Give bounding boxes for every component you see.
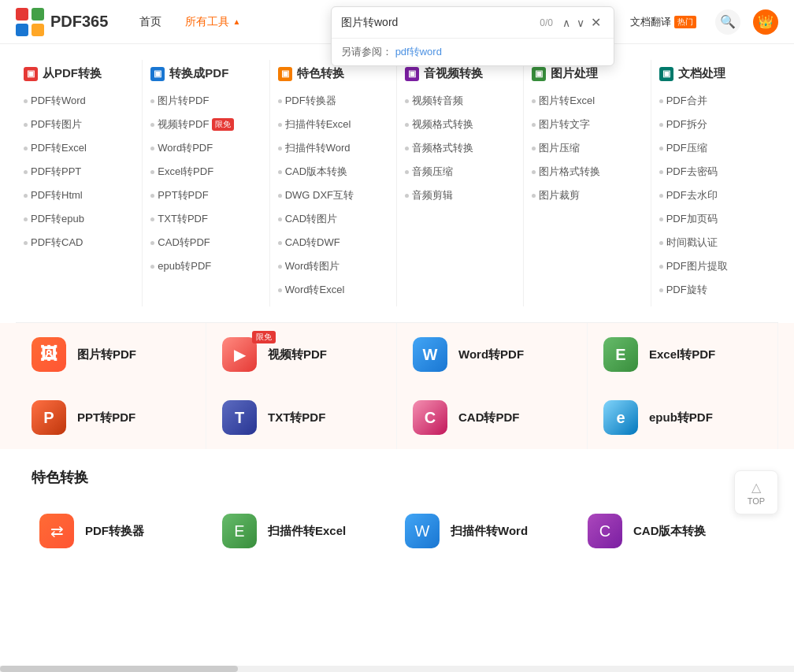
tool-pdf-merge[interactable]: PDF合并 [659, 94, 770, 108]
tool-word2img[interactable]: Word转图片 [278, 259, 388, 273]
category-header-from-pdf: ▣ 从PDF转换 [24, 60, 134, 81]
category-special: ▣ 特色转换 PDF转换器 扫描件转Excel 扫描件转Word CAD版本转换… [270, 60, 397, 306]
tool-pdf2html[interactable]: PDF转Html [24, 188, 134, 202]
tool-dwg-dxf[interactable]: DWG DXF互转 [278, 188, 388, 202]
quick-icon-cad2pdf: C [413, 400, 447, 435]
quick-tool-epub2pdf[interactable]: e epub转PDF [588, 386, 778, 449]
tool-img2excel[interactable]: 图片转Excel [532, 94, 642, 108]
tool-img2text[interactable]: 图片转文字 [532, 117, 642, 132]
svg-rect-1 [32, 8, 44, 20]
nav-home[interactable]: 首页 [139, 15, 161, 29]
search-button[interactable]: 🔍 [715, 9, 740, 35]
featured-pdf-converter[interactable]: ⇄ PDF转换器 [32, 499, 214, 562]
image-icon: ▣ [532, 67, 546, 81]
header: PDF365 首页 所有工具 ▲ 文档翻译 热门 🔍 👑 0/0 ∧ ∨ ✕ 另… [0, 0, 794, 44]
tool-cad-version[interactable]: CAD版本转换 [278, 165, 388, 179]
category-media: ▣ 音视频转换 视频转音频 视频格式转换 音频格式转换 音频压缩 音频剪辑 [397, 60, 524, 306]
tool-excel2pdf[interactable]: Excel转PDF [150, 165, 261, 179]
tool-pdf-converter[interactable]: PDF转换器 [278, 94, 388, 108]
search-popup-header: 0/0 ∧ ∨ ✕ [332, 7, 614, 39]
featured-icon-scan2excel: E [222, 514, 257, 548]
featured-scan2excel[interactable]: E 扫描件转Excel [214, 499, 397, 562]
header-right: 文档翻译 热门 🔍 👑 [624, 9, 778, 35]
tool-pdf-compress[interactable]: PDF压缩 [659, 141, 770, 155]
top-arrow-icon: △ [751, 480, 761, 495]
category-doc: ▣ 文档处理 PDF合并 PDF拆分 PDF压缩 PDF去密码 PDF去水印 P… [651, 60, 778, 306]
svg-rect-3 [32, 24, 44, 36]
tool-ppt2pdf[interactable]: PPT转PDF [150, 188, 261, 202]
quick-tool-ppt2pdf[interactable]: P PPT转PDF [16, 386, 206, 449]
search-next-button[interactable]: ∨ [573, 15, 588, 31]
tool-epub2pdf[interactable]: epub转PDF [150, 259, 261, 273]
quick-icon-ppt2pdf: P [32, 400, 66, 435]
logo-text: PDF365 [50, 13, 108, 31]
quick-icon-excel2pdf: E [603, 337, 638, 372]
tool-pdf-extract[interactable]: PDF图片提取 [659, 259, 770, 273]
tool-txt2pdf[interactable]: TXT转PDF [150, 212, 261, 226]
tool-pdf2excel[interactable]: PDF转Excel [24, 141, 134, 155]
quick-tool-txt2pdf[interactable]: T TXT转PDF [206, 386, 397, 449]
tool-pdf-split[interactable]: PDF拆分 [659, 117, 770, 132]
tool-pdf-page-num[interactable]: PDF加页码 [659, 212, 770, 226]
tool-audio-compress[interactable]: 音频压缩 [405, 165, 515, 179]
tool-video2audio[interactable]: 视频转音频 [405, 94, 515, 108]
quick-icon-video2pdf: ▶ [222, 337, 257, 372]
tool-img-format[interactable]: 图片格式转换 [532, 165, 642, 179]
tool-pdf-rotate[interactable]: PDF旋转 [659, 283, 770, 297]
translate-button[interactable]: 文档翻译 热门 [624, 12, 703, 32]
featured-grid: ⇄ PDF转换器 E 扫描件转Excel W 扫描件转Word C CAD版本转… [16, 499, 778, 562]
tool-cad2dwf[interactable]: CAD转DWF [278, 236, 388, 250]
quick-tools-grid: 🖼 图片转PDF ▶ 视频转PDF 限免 W Word转PDF E Excel转… [16, 323, 778, 449]
see-also-link[interactable]: pdf转word [395, 46, 442, 58]
tool-cad2img[interactable]: CAD转图片 [278, 212, 388, 226]
search-close-button[interactable]: ✕ [588, 13, 604, 32]
quick-icon-txt2pdf: T [222, 400, 257, 435]
search-prev-button[interactable]: ∧ [559, 15, 573, 31]
nav-tools-arrow: ▲ [232, 17, 240, 26]
category-header-to-pdf: ▣ 转换成PDF [150, 60, 261, 81]
xian-badge-quick-video2pdf: 限免 [252, 331, 276, 343]
tool-scan2excel[interactable]: 扫描件转Excel [278, 117, 388, 132]
tool-scan2word[interactable]: 扫描件转Word [278, 141, 388, 155]
tool-pdf-watermark[interactable]: PDF去水印 [659, 188, 770, 202]
tool-video-format[interactable]: 视频格式转换 [405, 117, 515, 132]
logo[interactable]: PDF365 [16, 8, 108, 36]
nav-tools[interactable]: 所有工具 ▲ [185, 15, 240, 29]
quick-tool-cad2pdf[interactable]: C CAD转PDF [397, 386, 588, 449]
top-button[interactable]: △ TOP [734, 470, 778, 514]
quick-icon-epub2pdf: e [603, 400, 638, 435]
top-label: TOP [748, 496, 765, 506]
tool-pdf-decrypt[interactable]: PDF去密码 [659, 165, 770, 179]
featured-scan2word[interactable]: W 扫描件转Word [397, 499, 580, 562]
doc-icon: ▣ [659, 67, 673, 81]
tool-audio-edit[interactable]: 音频剪辑 [405, 188, 515, 202]
search-popup: 0/0 ∧ ∨ ✕ 另请参阅： pdf转word [331, 6, 614, 66]
search-count: 0/0 [540, 17, 553, 28]
tool-pdf2word[interactable]: PDF转Word [24, 94, 134, 108]
svg-rect-2 [16, 24, 28, 36]
main-content: ▣ 从PDF转换 PDF转Word PDF转图片 PDF转Excel PDF转P… [0, 44, 794, 562]
tool-word2pdf[interactable]: Word转PDF [150, 141, 261, 155]
tool-cad2pdf[interactable]: CAD转PDF [150, 236, 261, 250]
quick-tool-img2pdf[interactable]: 🖼 图片转PDF [16, 323, 206, 386]
tool-img-compress[interactable]: 图片压缩 [532, 141, 642, 155]
section-title-special: 特色转换 [16, 449, 778, 499]
tool-video2pdf[interactable]: 视频转PDF 限免 [150, 117, 261, 132]
tool-pdf2cad[interactable]: PDF转CAD [24, 236, 134, 250]
tool-timestamp[interactable]: 时间戳认证 [659, 236, 770, 250]
user-button[interactable]: 👑 [753, 9, 778, 35]
tool-img2pdf[interactable]: 图片转PDF [150, 94, 261, 108]
tool-img-crop[interactable]: 图片裁剪 [532, 188, 642, 202]
quick-tool-video2pdf[interactable]: ▶ 视频转PDF 限免 [206, 323, 397, 386]
tool-pdf2ppt[interactable]: PDF转PPT [24, 165, 134, 179]
tool-audio-format[interactable]: 音频格式转换 [405, 141, 515, 155]
tool-word2excel[interactable]: Word转Excel [278, 283, 388, 297]
quick-tools-section: 🖼 图片转PDF ▶ 视频转PDF 限免 W Word转PDF E Excel转… [0, 323, 794, 449]
category-to-pdf: ▣ 转换成PDF 图片转PDF 视频转PDF 限免 Word转PDF Excel… [143, 60, 269, 306]
tool-pdf2img[interactable]: PDF转图片 [24, 117, 134, 132]
search-input[interactable] [341, 17, 533, 29]
featured-icon-cad-convert: C [588, 514, 622, 548]
tool-pdf2epub[interactable]: PDF转epub [24, 212, 134, 226]
quick-tool-word2pdf[interactable]: W Word转PDF [397, 323, 588, 386]
quick-tool-excel2pdf[interactable]: E Excel转PDF [588, 323, 778, 386]
